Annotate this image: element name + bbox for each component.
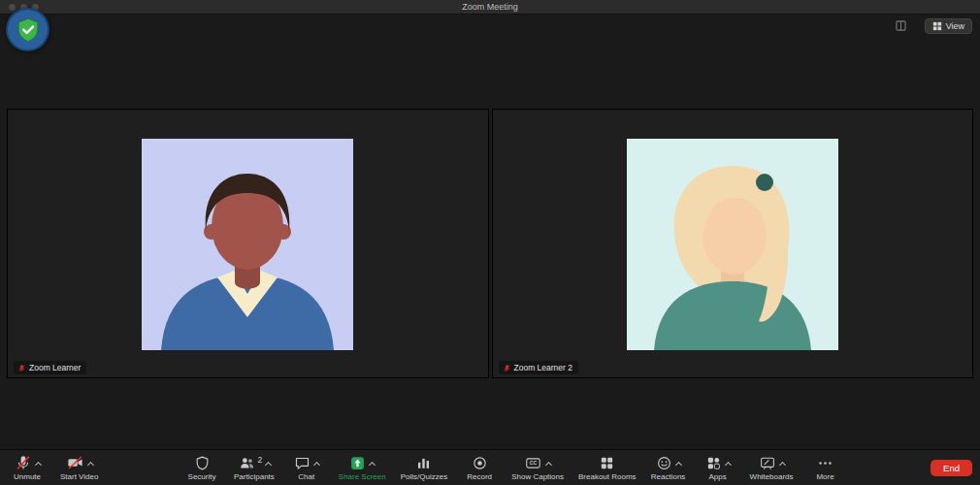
participants-icon: [238, 455, 256, 471]
whiteboards-label: Whiteboards: [750, 472, 794, 481]
share-screen-icon: [349, 455, 366, 471]
window-titlebar: Zoom Meeting: [0, 0, 980, 15]
chevron-up-icon[interactable]: [313, 461, 320, 468]
chat-button[interactable]: Chat: [287, 453, 326, 482]
participant-name-label: Zoom Learner 2: [499, 361, 578, 374]
unmute-label: Unmute: [14, 472, 41, 481]
fullscreen-icon[interactable]: [896, 20, 906, 31]
chat-bubble-icon: [294, 455, 310, 471]
breakout-rooms-button[interactable]: Breakout Rooms: [576, 453, 638, 482]
chevron-up-icon[interactable]: [87, 461, 94, 468]
security-label: Security: [188, 472, 216, 481]
security-button[interactable]: Security: [182, 453, 221, 482]
share-screen-label: Share Screen: [339, 472, 386, 481]
participants-count: 2: [258, 455, 263, 465]
view-button[interactable]: View: [925, 18, 972, 34]
smiley-reactions-icon: [656, 455, 672, 471]
shield-icon: [194, 455, 211, 471]
chevron-up-icon[interactable]: [34, 461, 41, 468]
chat-label: Chat: [298, 472, 314, 481]
apps-button[interactable]: Apps: [699, 453, 737, 482]
participant-name: Zoom Learner 2: [514, 363, 572, 372]
camera-off-icon: [66, 454, 84, 471]
avatar-participant-1: [142, 139, 353, 350]
unmute-button[interactable]: Unmute: [8, 453, 47, 482]
start-video-button[interactable]: Start Video: [58, 453, 100, 482]
record-button[interactable]: Record: [460, 453, 499, 482]
woman-avatar-illustration: [627, 139, 838, 350]
shield-check-icon: [14, 16, 43, 45]
whiteboards-button[interactable]: Whiteboards: [748, 453, 796, 482]
participants-button[interactable]: 2 Participants: [232, 453, 277, 482]
start-video-label: Start Video: [60, 472, 98, 481]
video-tile-participant-2[interactable]: Zoom Learner 2: [492, 109, 974, 378]
apps-icon: [705, 455, 722, 471]
svg-text:CC: CC: [530, 460, 538, 466]
microphone-muted-icon: [17, 364, 26, 372]
microphone-muted-icon: [503, 364, 511, 372]
breakout-rooms-icon: [599, 455, 615, 471]
more-button[interactable]: More: [806, 453, 845, 482]
record-icon: [472, 455, 488, 471]
grid-view-icon: [932, 21, 942, 31]
more-label: More: [816, 472, 833, 481]
participants-label: Participants: [234, 472, 275, 481]
ellipsis-icon: [817, 455, 833, 471]
breakout-rooms-label: Breakout Rooms: [578, 472, 637, 481]
record-label: Record: [467, 472, 492, 481]
bar-chart-icon: [415, 455, 432, 471]
participant-name: Zoom Learner: [29, 363, 81, 372]
meeting-security-badge[interactable]: [6, 8, 49, 51]
video-tile-participant-1[interactable]: Zoom Learner: [7, 109, 489, 378]
chevron-up-icon[interactable]: [545, 461, 552, 468]
show-captions-button[interactable]: CC Show Captions: [509, 453, 566, 482]
reactions-button[interactable]: Reactions: [649, 453, 688, 482]
video-grid: Zoom Learner Zoom Learner 2: [7, 109, 973, 378]
polls-quizzes-label: Polls/Quizzes: [401, 472, 447, 481]
microphone-muted-icon: [15, 454, 32, 471]
view-button-label: View: [946, 21, 964, 31]
man-avatar-illustration: [142, 139, 353, 350]
meeting-toolbar: Unmute Start Video Security: [0, 449, 980, 485]
end-meeting-button[interactable]: End: [931, 460, 972, 476]
reactions-label: Reactions: [651, 472, 686, 481]
chevron-up-icon[interactable]: [779, 461, 786, 468]
closed-captions-icon: CC: [524, 455, 542, 471]
chevron-up-icon[interactable]: [675, 461, 682, 468]
participant-name-label: Zoom Learner: [14, 361, 86, 374]
share-screen-button[interactable]: Share Screen: [337, 453, 388, 482]
chevron-up-icon[interactable]: [369, 461, 376, 468]
polls-quizzes-button[interactable]: Polls/Quizzes: [399, 453, 449, 482]
chevron-up-icon[interactable]: [265, 461, 272, 468]
show-captions-label: Show Captions: [511, 472, 564, 481]
window-title: Zoom Meeting: [0, 0, 980, 15]
whiteboard-icon: [759, 455, 776, 471]
avatar-participant-2: [627, 139, 838, 350]
chevron-up-icon[interactable]: [725, 461, 732, 468]
apps-label: Apps: [708, 472, 726, 481]
